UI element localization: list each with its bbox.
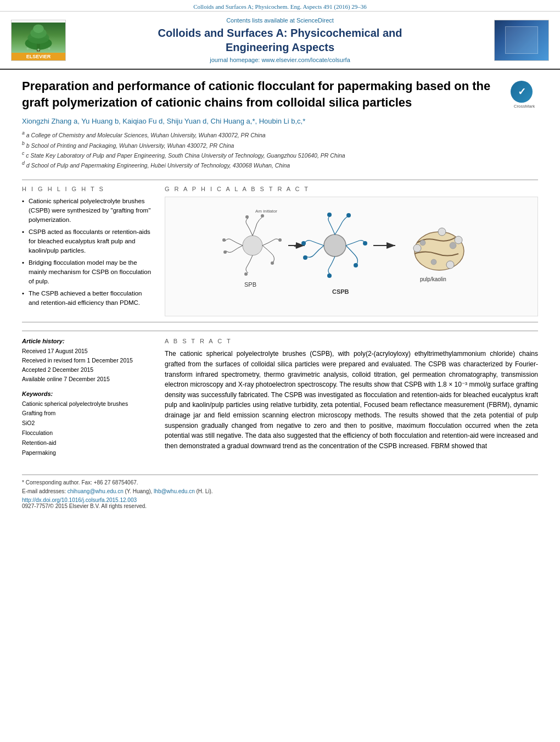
highlight-item-4: The CSPB achieved a better flocculation … [22, 289, 154, 307]
elsevier-logo-left: ELSEVIER [11, 20, 71, 61]
email-1-name: (Y. Huang), [124, 488, 154, 494]
highlight-item-2: CSPB acted as flocculants or retention-a… [22, 227, 154, 255]
affiliation-b: b b School of Printing and Packaging, Wu… [22, 140, 502, 150]
email-line: E-mail addresses: chihuang@whu.edu.cn (Y… [22, 488, 538, 494]
svg-point-4 [33, 24, 44, 33]
article-history-title: Article history: [22, 338, 154, 344]
svg-point-10 [261, 214, 264, 217]
svg-point-23 [303, 255, 307, 260]
article-info-section: Article history: Received 17 August 2015… [22, 331, 538, 463]
highlights-list: Cationic spherical polyelectrolyte brush… [22, 197, 154, 307]
journal-header: ELSEVIER Contents lists available at Sci… [0, 12, 560, 70]
keyword-4: Flocculation [22, 428, 154, 438]
journal-logo-right [489, 20, 549, 61]
crossmark-label: CrossMark [511, 104, 538, 109]
journal-cover-thumbnail [494, 20, 549, 61]
svg-point-14 [278, 238, 282, 242]
corresponding-author-note: * Corresponding author. Fax: +86 27 6875… [22, 479, 538, 486]
svg-point-33 [413, 244, 421, 252]
title-divider [22, 180, 538, 180]
email-2-name: (H. Li). [195, 488, 213, 494]
footer-section: * Corresponding author. Fax: +86 27 6875… [22, 475, 538, 509]
article-info-column: Article history: Received 17 August 2015… [22, 338, 154, 463]
email-prefix-label: E-mail addresses: [22, 488, 68, 494]
svg-point-13 [244, 272, 248, 276]
crossmark-circle: ✓ [511, 81, 533, 103]
svg-point-26 [354, 263, 358, 267]
svg-text:pulp/kaolin: pulp/kaolin [420, 276, 446, 282]
keywords-list: Cationic spherical polyelectrolyte brush… [22, 399, 154, 458]
keyword-3: SiO2 [22, 419, 154, 428]
svg-point-19 [324, 235, 346, 256]
affiliation-a: a a College of Chemistry and Molecular S… [22, 130, 502, 140]
keyword-2: Grafting from [22, 409, 154, 419]
article-dates: Received 17 August 2015 Received in revi… [22, 347, 154, 383]
email-1[interactable]: chihuang@whu.edu.cn [68, 488, 124, 494]
svg-point-6 [37, 48, 40, 51]
abstract-text: The cationic spherical polyelectrolyte b… [165, 349, 538, 451]
copyright-line: 0927-7757/© 2015 Elsevier B.V. All right… [22, 503, 538, 509]
svg-text:Am initiator: Am initiator [255, 209, 277, 214]
keyword-5: Retention-aid [22, 438, 154, 448]
available-online-date: Available online 7 December 2015 [22, 375, 154, 384]
keyword-1: Cationic spherical polyelectrolyte brush… [22, 399, 154, 409]
svg-point-5 [26, 47, 29, 49]
journal-citation-bar: Colloids and Surfaces A; Physicochem. En… [0, 0, 560, 12]
svg-point-25 [363, 241, 367, 246]
svg-point-7 [48, 47, 51, 49]
svg-point-31 [450, 242, 456, 249]
affiliation-d: d d School of Pulp and Papermaking Engin… [22, 160, 502, 170]
svg-point-30 [420, 240, 425, 246]
svg-point-21 [346, 213, 351, 217]
svg-point-8 [243, 236, 262, 255]
journal-main-title: Colloids and Surfaces A: Physicochemical… [80, 26, 480, 54]
svg-point-35 [438, 228, 446, 236]
elsevier-tree-graphic [12, 23, 65, 53]
highlight-item-3: Bridging flocculation model may be the m… [22, 258, 154, 286]
highlights-column: H I G H L I G H T S Cationic spherical p… [22, 186, 154, 316]
graphical-abstract-column: G R A P H I C A L A B S T R A C T [165, 186, 538, 316]
received-revised-date: Received in revised form 1 December 2015 [22, 356, 154, 365]
page: Colloids and Surfaces A; Physicochem. En… [0, 0, 560, 742]
svg-point-22 [301, 241, 306, 246]
affiliations: a a College of Chemistry and Molecular S… [22, 130, 502, 170]
svg-point-32 [431, 259, 436, 265]
received-date: Received 17 August 2015 [22, 347, 154, 356]
journal-title-center: Contents lists available at ScienceDirec… [71, 17, 489, 63]
accepted-date: Accepted 2 December 2015 [22, 365, 154, 375]
svg-point-15 [271, 261, 274, 265]
graphical-abstract-title: G R A P H I C A L A B S T R A C T [165, 186, 538, 192]
contents-line: Contents lists available at ScienceDirec… [80, 17, 480, 24]
abstract-column: A B S T R A C T The cationic spherical p… [165, 338, 538, 463]
svg-text:+: + [294, 242, 298, 250]
svg-point-24 [327, 274, 332, 278]
article-title-text: Preparation and performance of cationic … [22, 78, 502, 170]
svg-point-20 [327, 213, 332, 217]
highlights-section-title: H I G H L I G H T S [22, 186, 154, 192]
journal-cover-inner [505, 26, 538, 54]
svg-point-12 [223, 250, 227, 254]
article-title-section: Preparation and performance of cationic … [22, 78, 538, 174]
email-2[interactable]: lhb@whu.edu.cn [154, 488, 195, 494]
corresponding-label: * Corresponding author. Fax: +86 27 6875… [22, 479, 138, 486]
keywords-title: Keywords: [22, 390, 154, 397]
abstract-section-title: A B S T R A C T [165, 338, 538, 344]
keywords-group: Keywords: Cationic spherical polyelectro… [22, 390, 154, 458]
journal-citation: Colloids and Surfaces A; Physicochem. En… [193, 3, 367, 10]
affiliation-c: c c State Key Laboratory of Pulp and Pap… [22, 150, 502, 160]
body-divider [22, 322, 538, 322]
doi-line: http://dx.doi.org/10.1016/j.colsurfa.201… [22, 497, 538, 503]
svg-point-9 [245, 215, 249, 219]
crossmark-badge: ✓ CrossMark [511, 81, 538, 109]
svg-point-34 [455, 236, 462, 244]
doi-link[interactable]: http://dx.doi.org/10.1016/j.colsurfa.201… [22, 497, 137, 503]
authors-text: Xiongzhi Zhang a, Yu Huang b, Kaiqiao Fu… [22, 117, 305, 125]
authors-line: Xiongzhi Zhang a, Yu Huang b, Kaiqiao Fu… [22, 117, 502, 125]
highlight-item-1: Cationic spherical polyelectrolyte brush… [22, 197, 154, 224]
article-history-group: Article history: Received 17 August 2015… [22, 338, 154, 383]
graphical-abstract-image: CSPB [165, 197, 538, 316]
elsevier-label: ELSEVIER [12, 53, 65, 60]
article-content: Preparation and performance of cationic … [0, 70, 560, 520]
article-title: Preparation and performance of cationic … [22, 78, 502, 110]
highlights-abstract-row: H I G H L I G H T S Cationic spherical p… [22, 186, 538, 316]
